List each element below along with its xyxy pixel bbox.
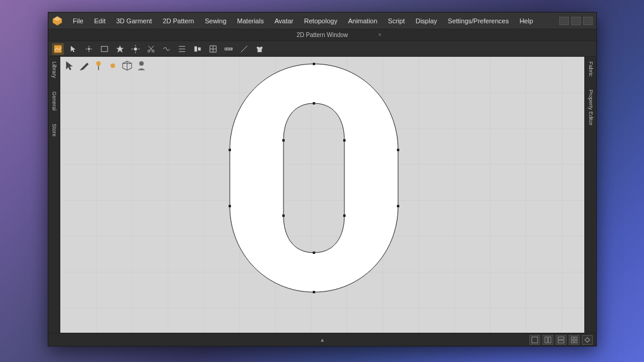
minimize-button[interactable] bbox=[559, 17, 569, 25]
canvas-toolbar bbox=[63, 59, 149, 72]
tab-fabric[interactable]: Fabric bbox=[587, 58, 595, 80]
svg-rect-37 bbox=[571, 337, 574, 339]
sub-header: 2D Pattern Window × bbox=[48, 29, 596, 41]
svg-point-18 bbox=[110, 63, 115, 68]
canvas-2d-pattern[interactable] bbox=[60, 57, 584, 333]
svg-line-15 bbox=[241, 45, 248, 52]
svg-rect-32 bbox=[532, 337, 538, 343]
svg-point-3 bbox=[88, 48, 90, 50]
view-split-h-button[interactable] bbox=[556, 335, 566, 345]
svg-rect-21 bbox=[397, 149, 399, 151]
right-side-tabs: Fabric Property Editor bbox=[584, 57, 596, 333]
canvas-sun-tool[interactable] bbox=[107, 60, 119, 72]
rectangle-tool[interactable] bbox=[98, 43, 110, 55]
view-split-v-button[interactable] bbox=[543, 335, 553, 345]
svg-point-41 bbox=[586, 338, 589, 342]
svg-rect-35 bbox=[558, 337, 564, 339]
svg-rect-34 bbox=[549, 337, 551, 343]
svg-rect-29 bbox=[313, 251, 315, 254]
svg-rect-4 bbox=[101, 46, 108, 51]
app-logo-icon bbox=[52, 16, 63, 26]
grid-tool[interactable] bbox=[207, 43, 219, 55]
svg-rect-40 bbox=[575, 340, 577, 343]
svg-rect-20 bbox=[313, 63, 315, 65]
menu-edit[interactable]: Edit bbox=[90, 15, 110, 27]
svg-rect-12 bbox=[195, 46, 197, 51]
line-tool[interactable] bbox=[238, 43, 250, 55]
toolbar bbox=[48, 41, 596, 57]
view-single-button[interactable] bbox=[529, 335, 540, 345]
menu-file[interactable]: File bbox=[69, 15, 88, 27]
app-window: File Edit 3D Garment 2D Pattern Sewing M… bbox=[48, 12, 597, 346]
svg-point-19 bbox=[139, 62, 144, 66]
menu-animation[interactable]: Animation bbox=[344, 15, 381, 27]
close-button[interactable] bbox=[583, 17, 593, 25]
tab-general[interactable]: General bbox=[50, 88, 58, 114]
svg-rect-30 bbox=[282, 214, 285, 217]
svg-rect-25 bbox=[229, 149, 231, 151]
window-controls bbox=[559, 17, 593, 25]
menu-materials[interactable]: Materials bbox=[233, 15, 268, 27]
svg-point-16 bbox=[96, 62, 101, 66]
svg-rect-28 bbox=[343, 214, 346, 217]
svg-rect-36 bbox=[558, 340, 564, 343]
add-point-tool[interactable] bbox=[83, 43, 95, 55]
svg-rect-26 bbox=[313, 102, 315, 105]
svg-rect-38 bbox=[575, 337, 577, 339]
tab-property-editor[interactable]: Property Editor bbox=[587, 86, 595, 129]
cut-tool[interactable] bbox=[145, 43, 157, 55]
svg-rect-31 bbox=[282, 139, 285, 142]
main-row: Library General Store bbox=[48, 57, 596, 333]
brightness-tool[interactable] bbox=[130, 43, 141, 55]
pattern-piece-o-shape[interactable] bbox=[227, 62, 400, 294]
menu-2d-pattern[interactable]: 2D Pattern bbox=[159, 15, 199, 27]
tab-close-icon[interactable]: × bbox=[378, 32, 381, 38]
menu-sewing[interactable]: Sewing bbox=[201, 15, 230, 27]
canvas-pen-tool[interactable] bbox=[78, 60, 90, 72]
layout-settings-button[interactable] bbox=[582, 335, 593, 345]
canvas-pin-tool[interactable] bbox=[93, 60, 104, 72]
star-tool[interactable] bbox=[114, 43, 126, 55]
cursor-tool[interactable] bbox=[67, 43, 79, 55]
ruler-tool[interactable] bbox=[223, 43, 235, 55]
svg-rect-24 bbox=[229, 205, 231, 207]
svg-rect-22 bbox=[397, 205, 399, 207]
menu-help[interactable]: Help bbox=[515, 15, 537, 27]
canvas-avatar-tool[interactable] bbox=[135, 60, 147, 72]
svg-rect-23 bbox=[313, 291, 315, 293]
svg-point-5 bbox=[134, 47, 137, 50]
canvas-cube-tool[interactable] bbox=[121, 60, 133, 72]
join-tool[interactable] bbox=[161, 43, 172, 55]
menu-script[interactable]: Script bbox=[384, 15, 409, 27]
svg-rect-33 bbox=[545, 337, 547, 343]
view-quad-button[interactable] bbox=[569, 335, 580, 345]
menu-3d-garment[interactable]: 3D Garment bbox=[112, 15, 156, 27]
menu-bar: File Edit 3D Garment 2D Pattern Sewing M… bbox=[48, 13, 596, 29]
tab-library[interactable]: Library bbox=[50, 58, 58, 82]
maximize-button[interactable] bbox=[571, 17, 581, 25]
align-tool[interactable] bbox=[192, 43, 204, 55]
tab-store[interactable]: Store bbox=[50, 120, 58, 140]
edit-texture-tool[interactable] bbox=[52, 43, 64, 55]
left-side-tabs: Library General Store bbox=[48, 57, 60, 333]
svg-rect-27 bbox=[343, 139, 346, 142]
status-bar: ▲ bbox=[48, 333, 596, 346]
garment-tool[interactable] bbox=[254, 43, 266, 55]
pattern-window-title: 2D Pattern Window bbox=[297, 32, 348, 38]
expand-panel-icon[interactable]: ▲ bbox=[320, 337, 325, 343]
menu-avatar[interactable]: Avatar bbox=[270, 15, 298, 27]
svg-rect-13 bbox=[198, 47, 201, 50]
canvas-pointer-tool[interactable] bbox=[64, 60, 76, 72]
fold-tool[interactable] bbox=[176, 43, 188, 55]
menu-display[interactable]: Display bbox=[411, 15, 441, 27]
menu-settings[interactable]: Settings/Preferences bbox=[443, 15, 513, 27]
svg-rect-39 bbox=[571, 340, 574, 343]
menu-retopology[interactable]: Retopology bbox=[300, 15, 342, 27]
